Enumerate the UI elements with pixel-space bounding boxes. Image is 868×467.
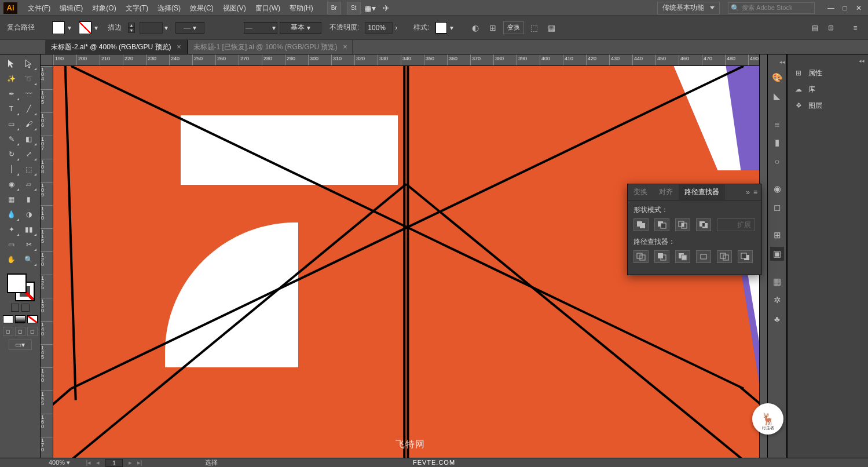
- graph-tool[interactable]: ▮▮: [21, 222, 37, 236]
- document-tab-inactive[interactable]: 未标题-1 [已恢复].ai @ 100% (RGB/GPU 预览) ×: [188, 40, 354, 54]
- stroke-swatch[interactable]: [79, 21, 91, 34]
- eraser-tool[interactable]: ◧: [21, 132, 37, 146]
- stroke-dropdown[interactable]: ▾: [93, 21, 100, 34]
- artboard-number-field[interactable]: 1: [105, 459, 123, 467]
- stroke-weight-field[interactable]: [140, 22, 163, 34]
- menu-file[interactable]: 文件(F): [23, 0, 55, 16]
- draw-normal-icon[interactable]: ◻: [3, 327, 13, 336]
- width-tool[interactable]: ⎮: [3, 162, 20, 176]
- magic-wand-tool[interactable]: ✨: [3, 72, 20, 86]
- panel-collapse-icon[interactable]: »: [746, 188, 750, 196]
- screen-mode-button[interactable]: ▭▾: [9, 340, 32, 350]
- stroke-weight-dropdown[interactable]: ▾: [163, 21, 170, 34]
- menu-view[interactable]: 视图(V): [218, 0, 251, 16]
- search-stock-input[interactable]: 🔍 搜索 Adobe Stock: [728, 2, 815, 14]
- pathfinder-divide[interactable]: [633, 250, 649, 263]
- panel-properties[interactable]: ⊞ 属性: [788, 65, 868, 81]
- pathfinder-panel[interactable]: 变换 对齐 路径查找器 » ≡ 形状模式： 扩展 路径查找器：: [627, 184, 761, 275]
- gradient-tool[interactable]: ▮: [21, 192, 37, 206]
- artboard-prev-icon[interactable]: ◂: [94, 459, 102, 466]
- mesh-tool[interactable]: ▦: [3, 192, 20, 206]
- doc-tab-close-icon[interactable]: ×: [177, 43, 181, 51]
- blend-tool[interactable]: ◑: [21, 207, 37, 221]
- pathfinder-panel-icon[interactable]: ▣: [770, 247, 784, 261]
- artboard-tool[interactable]: ▭: [3, 238, 20, 251]
- menu-select[interactable]: 选择(S): [153, 0, 185, 16]
- panel-libraries[interactable]: ☁ 库: [788, 81, 868, 97]
- lasso-tool[interactable]: ➰: [21, 72, 37, 86]
- pathfinder-tab-pathfinder[interactable]: 路径查找器: [679, 184, 725, 200]
- pathfinder-crop[interactable]: [696, 250, 711, 263]
- shape-builder-tool[interactable]: ◉: [3, 177, 20, 191]
- zoom-tool[interactable]: 🔍: [21, 253, 37, 267]
- swatches-panel-icon[interactable]: ▦: [770, 275, 784, 289]
- align-panel-icon[interactable]: ⊞: [770, 228, 784, 242]
- selection-tool[interactable]: [3, 57, 20, 71]
- ctrl-icon-2[interactable]: ⊟: [825, 21, 837, 34]
- arrange-docs-icon[interactable]: ▦▾: [363, 2, 377, 14]
- opacity-dropdown[interactable]: ›: [393, 21, 400, 34]
- opacity-field[interactable]: 100%: [365, 22, 393, 34]
- swap-fill-stroke-icon[interactable]: [11, 304, 19, 312]
- menu-type[interactable]: 文字(T): [121, 0, 153, 16]
- expand-button[interactable]: 扩展: [717, 218, 755, 231]
- brushes-panel-icon[interactable]: ✲: [770, 293, 784, 307]
- hand-tool[interactable]: ✋: [3, 253, 20, 267]
- curvature-tool[interactable]: 〰: [21, 87, 37, 101]
- symbols-panel-icon[interactable]: ♣: [770, 312, 784, 326]
- color-mode-gradient[interactable]: [15, 315, 25, 323]
- workspace-switcher[interactable]: 传统基本功能: [657, 2, 720, 14]
- fill-swatch[interactable]: [52, 21, 65, 34]
- ruler-origin[interactable]: [41, 54, 53, 66]
- style-swatch[interactable]: [435, 22, 447, 34]
- edit-icon[interactable]: ▦: [545, 21, 559, 35]
- menu-effect[interactable]: 效果(C): [185, 0, 218, 16]
- type-tool[interactable]: T: [3, 102, 20, 116]
- perspective-tool[interactable]: ▱: [21, 177, 37, 191]
- fill-color-box[interactable]: [7, 273, 27, 293]
- ruler-horizontal[interactable]: 1902002102202302402502602702802903003103…: [53, 54, 767, 66]
- bridge-icon[interactable]: Br: [327, 2, 341, 14]
- fill-stroke-control[interactable]: [6, 272, 35, 301]
- scale-tool[interactable]: ⤢: [21, 147, 37, 161]
- transform-button[interactable]: 变换: [503, 21, 524, 34]
- panel-menu-icon[interactable]: ≡: [849, 21, 862, 34]
- stroke-weight-spinner[interactable]: ▲▼: [128, 23, 135, 33]
- rectangle-tool[interactable]: ▭: [3, 117, 20, 131]
- paintbrush-tool[interactable]: 🖌: [21, 117, 37, 131]
- menu-edit[interactable]: 编辑(E): [55, 0, 87, 16]
- stroke-panel-icon[interactable]: ≡: [770, 117, 784, 131]
- gradient-panel-icon[interactable]: ▮: [770, 136, 784, 149]
- pathfinder-tab-transform[interactable]: 变换: [628, 184, 653, 200]
- graphic-style-basic[interactable]: 基本 ▾: [280, 22, 321, 34]
- slice-tool[interactable]: ✂: [21, 238, 37, 251]
- gpu-icon[interactable]: ✈: [379, 2, 393, 14]
- ruler-vertical[interactable]: 1041051061071081091101151201251301401451…: [41, 66, 53, 458]
- panel-layers[interactable]: ❖ 图层: [788, 97, 868, 114]
- stroke-profile-dropdown[interactable]: — ▾: [175, 22, 204, 34]
- fill-dropdown[interactable]: ▾: [66, 21, 73, 34]
- collapse-strip-icon[interactable]: ◂◂: [778, 58, 786, 66]
- document-tab-active[interactable]: 未标题-2.ai* @ 400% (RGB/GPU 预览) ×: [45, 40, 188, 54]
- shape-mode-intersect[interactable]: [675, 218, 690, 231]
- color-panel-icon[interactable]: 🎨: [770, 71, 784, 85]
- recolor-icon[interactable]: ◐: [468, 21, 482, 35]
- window-maximize-button[interactable]: □: [838, 2, 852, 14]
- direct-selection-tool[interactable]: [21, 57, 37, 71]
- zoom-field[interactable]: 400% ▾: [46, 459, 81, 466]
- pathfinder-merge[interactable]: [675, 250, 690, 263]
- shaper-tool[interactable]: ✎: [3, 132, 20, 146]
- window-minimize-button[interactable]: —: [824, 2, 838, 14]
- graphic-styles-panel-icon[interactable]: ◻: [770, 200, 784, 214]
- shape-mode-exclude[interactable]: [696, 218, 711, 231]
- default-fill-stroke-icon[interactable]: [21, 304, 30, 312]
- menu-object[interactable]: 对象(O): [87, 0, 120, 16]
- color-mode-none[interactable]: [27, 315, 38, 323]
- stock-icon[interactable]: St: [347, 2, 361, 14]
- style-dropdown[interactable]: ▾: [448, 21, 455, 34]
- align-icon[interactable]: ⊞: [486, 21, 500, 35]
- line-tool[interactable]: ╱: [21, 102, 37, 116]
- transparency-panel-icon[interactable]: ○: [770, 154, 784, 168]
- pathfinder-outline[interactable]: [717, 250, 732, 263]
- draw-inside-icon[interactable]: ◻: [27, 327, 38, 336]
